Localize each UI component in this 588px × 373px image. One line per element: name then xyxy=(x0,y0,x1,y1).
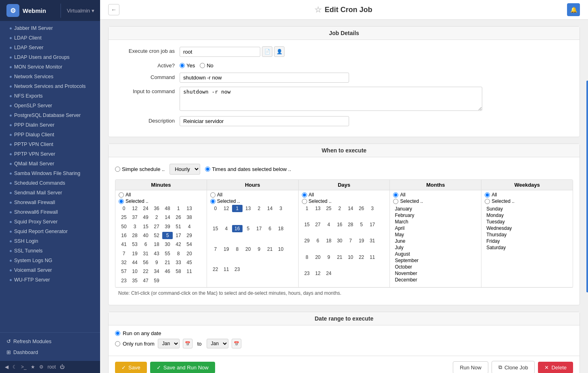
day-24[interactable]: 24 xyxy=(324,270,334,277)
day-25[interactable]: 25 xyxy=(324,205,334,212)
day-7[interactable]: 7 xyxy=(345,237,356,244)
minute-56[interactable]: 56 xyxy=(140,259,151,266)
minutes-selected-radio[interactable] xyxy=(119,199,124,204)
minute-20[interactable]: 20 xyxy=(184,250,195,257)
times-dates-label[interactable]: Times and dates selected below .. xyxy=(205,166,291,172)
delete-button[interactable]: ✕ Delete xyxy=(538,362,573,373)
day-6[interactable]: 6 xyxy=(313,237,323,244)
minute-15[interactable]: 15 xyxy=(140,223,151,230)
day-13[interactable]: 13 xyxy=(313,205,323,212)
minute-47[interactable]: 47 xyxy=(140,277,151,284)
minute-49[interactable]: 49 xyxy=(140,214,151,221)
day-21[interactable]: 21 xyxy=(335,254,345,261)
minute-44[interactable]: 44 xyxy=(130,259,140,266)
sidebar-item-network-services[interactable]: Network Services xyxy=(0,72,100,81)
only-run-radio[interactable] xyxy=(115,341,120,346)
minute-30[interactable]: 30 xyxy=(162,241,173,248)
months-all-radio[interactable] xyxy=(393,192,398,198)
hours-selected-radio[interactable] xyxy=(210,199,216,204)
minute-48[interactable]: 48 xyxy=(162,205,173,212)
weekdays-all-radio[interactable] xyxy=(485,192,490,198)
minute-6[interactable]: 6 xyxy=(140,241,151,248)
clone-button[interactable]: ⧉ Clone Job xyxy=(492,361,535,373)
day-12[interactable]: 12 xyxy=(313,270,323,277)
hour-9[interactable]: 9 xyxy=(254,246,264,253)
months-selected-radio[interactable] xyxy=(393,199,398,204)
day-27[interactable]: 27 xyxy=(313,221,323,228)
day-28[interactable]: 28 xyxy=(345,221,356,228)
minute-9[interactable]: 9 xyxy=(151,259,162,266)
day-9[interactable]: 9 xyxy=(324,254,334,261)
day-31[interactable]: 31 xyxy=(367,237,378,244)
hour-11[interactable]: 11 xyxy=(221,266,232,273)
hour-20[interactable]: 20 xyxy=(243,246,253,253)
minutes-all-radio[interactable] xyxy=(119,192,124,198)
minute-4[interactable]: 4 xyxy=(184,223,195,230)
days-all-radio[interactable] xyxy=(302,192,307,198)
minute-40[interactable]: 40 xyxy=(140,232,151,239)
minute-3[interactable]: 3 xyxy=(130,223,140,230)
sidebar-item-nfs[interactable]: NFS Exports xyxy=(0,91,100,101)
hour-10[interactable]: 10 xyxy=(276,246,286,253)
sidebar-refresh-modules[interactable]: ↺ Refresh Modules xyxy=(0,336,100,347)
sidebar-item-ssl[interactable]: SSL Tunnels xyxy=(0,246,100,256)
hour-5[interactable]: 5 xyxy=(243,225,253,232)
minute-25[interactable]: 25 xyxy=(119,214,129,221)
footer-star[interactable]: ★ xyxy=(31,364,35,370)
sidebar-item-pptp-server[interactable]: PPTP VPN Server xyxy=(0,149,100,159)
webmin-brand[interactable]: ⚙ Webmin xyxy=(0,0,61,21)
weekday-friday[interactable]: Friday xyxy=(485,238,569,244)
month-november[interactable]: November xyxy=(393,270,478,277)
minute-52[interactable]: 52 xyxy=(151,232,162,239)
minute-42[interactable]: 42 xyxy=(173,241,184,248)
hour-0[interactable]: 0 xyxy=(210,205,221,212)
file-icon-btn[interactable]: 📄 xyxy=(262,46,272,57)
day-16[interactable]: 16 xyxy=(335,221,345,228)
footer-user[interactable]: root xyxy=(48,364,56,370)
hour-16[interactable]: 16 xyxy=(232,225,243,232)
hour-15[interactable]: 15 xyxy=(210,225,221,232)
footer-moon[interactable]: ☾ xyxy=(13,364,17,370)
day-5[interactable]: 5 xyxy=(356,221,367,228)
minute-36[interactable]: 36 xyxy=(151,205,162,212)
sidebar-item-postgresql[interactable]: PostgreSQL Database Server xyxy=(0,110,100,120)
hour-13[interactable]: 13 xyxy=(243,205,253,212)
day-2[interactable]: 2 xyxy=(335,205,345,212)
sidebar-item-shorewall6[interactable]: Shorewall6 Firewall xyxy=(0,207,100,217)
minute-58[interactable]: 58 xyxy=(173,268,184,275)
description-input[interactable] xyxy=(180,116,349,126)
execute-as-input[interactable] xyxy=(180,47,260,57)
minute-16[interactable]: 16 xyxy=(119,232,129,239)
minute-18[interactable]: 18 xyxy=(151,241,162,248)
minute-43[interactable]: 43 xyxy=(151,250,162,257)
simple-schedule-radio[interactable] xyxy=(115,167,120,172)
minute-35[interactable]: 35 xyxy=(130,277,140,284)
month-june[interactable]: June xyxy=(393,238,478,244)
days-selected-radio[interactable] xyxy=(302,199,307,204)
hour-3[interactable]: 3 xyxy=(276,205,286,212)
minute-37[interactable]: 37 xyxy=(130,214,140,221)
month-april[interactable]: April xyxy=(393,225,478,231)
month-september[interactable]: September xyxy=(393,257,478,264)
month-october[interactable]: October xyxy=(393,264,478,270)
sidebar-item-sendmail[interactable]: Sendmail Mail Server xyxy=(0,188,100,198)
run-any-date-radio[interactable] xyxy=(115,331,120,336)
minute-34[interactable]: 34 xyxy=(151,268,162,275)
sidebar-item-ppp-dialin[interactable]: PPP Dialin Server xyxy=(0,120,100,130)
sidebar-item-openslp[interactable]: OpenSLP Server xyxy=(0,101,100,110)
favorite-icon[interactable]: ☆ xyxy=(314,5,322,15)
run-now-button[interactable]: Run Now xyxy=(453,361,488,373)
day-19[interactable]: 19 xyxy=(356,237,367,244)
footer-collapse[interactable]: ◀ xyxy=(5,364,8,370)
day-30[interactable]: 30 xyxy=(335,237,345,244)
weekday-saturday[interactable]: Saturday xyxy=(485,244,569,251)
minute-31[interactable]: 31 xyxy=(140,250,151,257)
minute-29[interactable]: 29 xyxy=(184,232,195,239)
minute-1[interactable]: 1 xyxy=(173,205,184,212)
weekday-wednesday[interactable]: Wednesday xyxy=(485,225,569,231)
minute-54[interactable]: 54 xyxy=(184,241,195,248)
sidebar-item-network-protocols[interactable]: Network Services and Protocols xyxy=(0,81,100,91)
minute-2[interactable]: 2 xyxy=(151,214,162,221)
minute-39[interactable]: 39 xyxy=(162,223,173,230)
month-january[interactable]: January xyxy=(393,206,478,212)
